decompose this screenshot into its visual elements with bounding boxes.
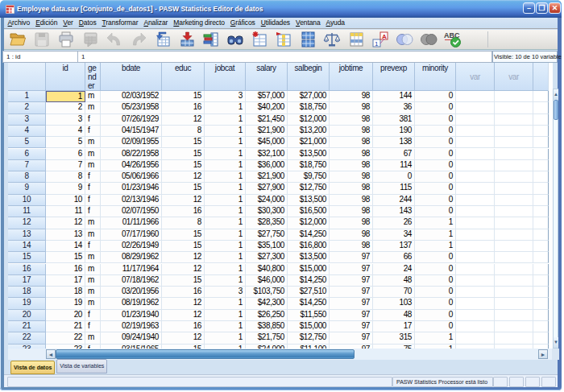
- cell-r4-jobcat[interactable]: 1: [205, 126, 246, 137]
- cell-r16-educ[interactable]: 12: [162, 264, 205, 275]
- selected-cell[interactable]: 1: [46, 91, 85, 102]
- minimize-button[interactable]: –: [523, 2, 535, 14]
- cell-r10-id[interactable]: 10: [46, 195, 85, 206]
- cell-r10-jobcat[interactable]: 1: [205, 195, 246, 206]
- value-labels-button[interactable]: 1A: [370, 31, 391, 49]
- insert-cases-button[interactable]: [249, 31, 270, 49]
- insert-variable-button[interactable]: [273, 31, 294, 49]
- cell-r12-var[interactable]: [495, 217, 533, 229]
- find-button[interactable]: [225, 31, 246, 49]
- cell-r12-salary[interactable]: $28,350: [246, 217, 288, 229]
- scroll-up-icon[interactable]: ▲: [554, 89, 558, 100]
- menu-datos[interactable]: Datos: [76, 18, 99, 28]
- cell-r21-id[interactable]: 21: [46, 321, 85, 332]
- cell-r15-prevexp[interactable]: 66: [373, 252, 415, 263]
- cell-r14-minority[interactable]: 1: [415, 241, 456, 252]
- cell-r16-jobcat[interactable]: 1: [205, 264, 246, 275]
- cell-r3-jobtime[interactable]: 98: [330, 114, 373, 126]
- cell-r10-jobtime[interactable]: 98: [330, 195, 373, 206]
- cell-r19-educ[interactable]: 12: [162, 298, 205, 309]
- cell-r19-salbegin[interactable]: $14,250: [288, 298, 330, 309]
- cell-r8-var[interactable]: [495, 171, 533, 183]
- split-file-button[interactable]: [297, 31, 318, 49]
- cell-r8-jobcat[interactable]: 1: [205, 171, 246, 183]
- cell-r2-salary[interactable]: $40,200: [246, 102, 288, 113]
- column-header-jobtime[interactable]: jobtime: [330, 63, 373, 91]
- column-header-minority[interactable]: minority: [415, 63, 456, 91]
- cell-r8-prevexp[interactable]: 0: [373, 171, 415, 183]
- cell-r6-salbegin[interactable]: $13,500: [288, 149, 330, 160]
- cell-r12-jobcat[interactable]: 1: [205, 217, 246, 229]
- cell-r13-var[interactable]: [456, 229, 495, 241]
- cell-r2-gender[interactable]: m: [85, 102, 101, 113]
- cell-r13-salbegin[interactable]: $14,250: [288, 229, 330, 241]
- cell-r17-minority[interactable]: 0: [415, 275, 456, 287]
- menu-ventana[interactable]: Ventana: [293, 18, 324, 28]
- cell-r11-salary[interactable]: $30,300: [246, 206, 288, 217]
- cell-r3-educ[interactable]: 12: [162, 114, 205, 126]
- cell-r17-var[interactable]: [495, 275, 533, 287]
- cell-r14-salary[interactable]: $35,100: [246, 241, 288, 252]
- cell-r22-id[interactable]: 22: [46, 332, 85, 344]
- cell-r14-id[interactable]: 14: [46, 241, 85, 252]
- cell-r13-salary[interactable]: $27,750: [246, 229, 288, 241]
- cell-r13-prevexp[interactable]: 34: [373, 229, 415, 241]
- cell-r19-gender[interactable]: m: [85, 298, 101, 309]
- cell-r12-salbegin[interactable]: $12,000: [288, 217, 330, 229]
- cell-r8-jobtime[interactable]: 98: [330, 171, 373, 183]
- cell-r3-var[interactable]: [495, 114, 533, 126]
- cell-r12-educ[interactable]: 8: [162, 217, 205, 229]
- cell-r4-educ[interactable]: 8: [162, 126, 205, 137]
- cell-r22-minority[interactable]: 1: [415, 332, 456, 344]
- cell-r4-var[interactable]: [456, 126, 495, 137]
- cell-r1-var[interactable]: [495, 91, 533, 102]
- cell-r11-jobcat[interactable]: 1: [205, 206, 246, 217]
- cell-r18-var[interactable]: [495, 287, 533, 298]
- cell-r6-jobcat[interactable]: 1: [205, 149, 246, 160]
- cell-r13-id[interactable]: 13: [46, 229, 85, 241]
- cell-r15-id[interactable]: 15: [46, 252, 85, 263]
- cell-r17-salary[interactable]: $46,000: [246, 275, 288, 287]
- cell-r12-var[interactable]: [456, 217, 495, 229]
- cell-r12-id[interactable]: 12: [46, 217, 85, 229]
- row-header-2[interactable]: 2: [8, 102, 46, 113]
- cell-r12-gender[interactable]: m: [85, 217, 101, 229]
- cell-r13-var[interactable]: [495, 229, 533, 241]
- cell-r12-prevexp[interactable]: 26: [373, 217, 415, 229]
- cell-r9-var[interactable]: [456, 183, 495, 194]
- show-all-variables-button[interactable]: [418, 31, 439, 49]
- cell-r22-prevexp[interactable]: 315: [373, 332, 415, 344]
- cell-r8-id[interactable]: 8: [46, 171, 85, 183]
- cell-r16-minority[interactable]: 0: [415, 264, 456, 275]
- cell-r18-jobcat[interactable]: 3: [205, 287, 246, 298]
- cell-r15-var[interactable]: [456, 252, 495, 263]
- row-header-18[interactable]: 18: [8, 287, 46, 298]
- cell-r16-id[interactable]: 16: [46, 264, 85, 275]
- cell-r19-salary[interactable]: $42,300: [246, 298, 288, 309]
- cell-r2-minority[interactable]: 0: [415, 102, 456, 113]
- cell-r18-bdate[interactable]: 03/20/1956: [101, 287, 162, 298]
- cell-r10-salbegin[interactable]: $13,500: [288, 195, 330, 206]
- scroll-down-icon[interactable]: ▼: [554, 337, 558, 348]
- row-header-1[interactable]: 1: [8, 91, 46, 102]
- cell-r17-salbegin[interactable]: $14,250: [288, 275, 330, 287]
- cell-r5-educ[interactable]: 15: [162, 137, 205, 148]
- row-header-9[interactable]: 9: [8, 183, 46, 194]
- menu-ver[interactable]: Ver: [60, 18, 76, 28]
- cell-r7-jobtime[interactable]: 98: [330, 160, 373, 171]
- cell-r16-salary[interactable]: $40,800: [246, 264, 288, 275]
- print-button[interactable]: [56, 31, 77, 49]
- cell-r17-jobcat[interactable]: 1: [205, 275, 246, 287]
- menu-transformar[interactable]: Transformar: [99, 18, 141, 28]
- select-cases-button[interactable]: [346, 31, 367, 49]
- column-header-educ[interactable]: educ: [162, 63, 205, 91]
- column-header-jobcat[interactable]: jobcat: [205, 63, 246, 91]
- cell-r3-salbegin[interactable]: $12,000: [288, 114, 330, 126]
- column-header-bdate[interactable]: bdate: [101, 63, 162, 91]
- cell-r20-var[interactable]: [456, 310, 495, 321]
- cell-r10-bdate[interactable]: 02/13/1946: [101, 195, 162, 206]
- cell-r14-educ[interactable]: 15: [162, 241, 205, 252]
- cell-r16-gender[interactable]: m: [85, 264, 101, 275]
- cell-r7-minority[interactable]: 0: [415, 160, 456, 171]
- cell-r5-var[interactable]: [495, 137, 533, 148]
